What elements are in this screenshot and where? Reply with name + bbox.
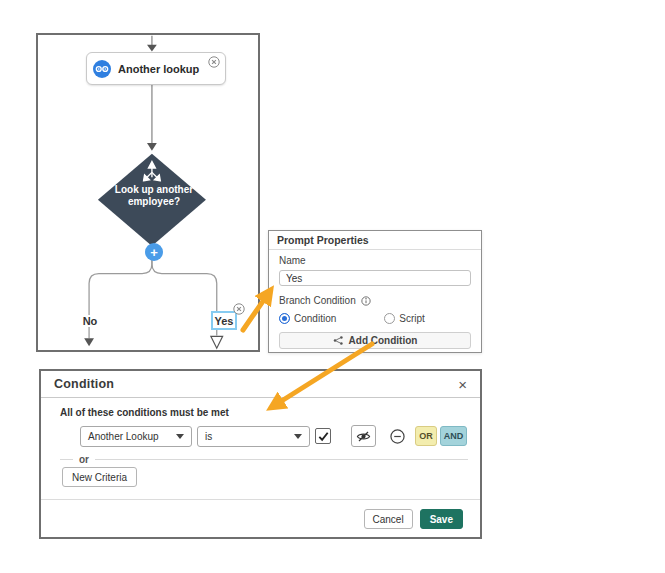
new-criteria-button[interactable]: New Criteria xyxy=(62,467,137,487)
add-condition-label: Add Condition xyxy=(349,335,418,346)
remove-condition-button[interactable] xyxy=(390,429,405,444)
script-radio[interactable] xyxy=(384,313,395,324)
lookup-node-label: Another lookup xyxy=(118,63,199,75)
branch-condition-label: Branch Condition xyxy=(279,295,356,306)
condition-dialog-title: Condition xyxy=(54,377,114,391)
name-input[interactable] xyxy=(279,270,471,286)
condition-radio[interactable] xyxy=(279,313,290,324)
dialog-footer: Cancel Save xyxy=(41,499,480,538)
script-radio-label: Script xyxy=(399,313,425,324)
yes-close-icon[interactable] xyxy=(233,303,245,315)
flowchart-panel: Another lookup Look up another employee?… xyxy=(36,33,260,352)
decision-node-label[interactable]: Look up another employee? xyxy=(94,184,214,208)
prompt-properties-title: Prompt Properties xyxy=(269,231,481,250)
dialog-close-button[interactable]: × xyxy=(458,377,467,392)
checkmark-icon xyxy=(317,430,330,443)
operator-dropdown-value: is xyxy=(205,431,212,442)
minus-circle-icon xyxy=(390,429,405,444)
chevron-down-icon xyxy=(176,434,184,439)
node-close-icon[interactable] xyxy=(208,56,220,68)
condition-dialog: Condition × All of these conditions must… xyxy=(39,369,482,539)
field-dropdown[interactable]: Another Lookup xyxy=(80,426,192,447)
condition-radio-label: Condition xyxy=(294,313,336,324)
or-divider: or xyxy=(60,454,468,465)
info-icon[interactable] xyxy=(361,296,371,306)
hide-value-button[interactable] xyxy=(351,425,376,447)
screenshot-canvas: Another lookup Look up another employee?… xyxy=(0,0,665,573)
chevron-down-icon xyxy=(294,434,302,439)
lookup-node[interactable]: Another lookup xyxy=(86,52,226,85)
condition-row: Another Lookup is xyxy=(80,424,467,448)
value-checkbox[interactable] xyxy=(315,428,331,444)
or-divider-label: or xyxy=(79,454,89,465)
and-button[interactable]: AND xyxy=(440,426,467,446)
add-condition-button[interactable]: Add Condition xyxy=(279,332,471,349)
operator-dropdown[interactable]: is xyxy=(197,426,310,447)
cancel-button[interactable]: Cancel xyxy=(364,509,413,529)
lookup-icon xyxy=(93,60,111,78)
name-label: Name xyxy=(279,255,471,266)
field-dropdown-value: Another Lookup xyxy=(88,431,159,442)
branch-label-no[interactable]: No xyxy=(78,315,102,327)
add-branch-button[interactable]: + xyxy=(145,243,163,261)
condition-dialog-header: Condition × xyxy=(41,371,480,398)
save-button[interactable]: Save xyxy=(420,509,463,529)
eye-slash-icon xyxy=(356,429,371,444)
condition-branch-icon xyxy=(333,335,344,346)
prompt-properties-panel: Prompt Properties Name Branch Condition … xyxy=(268,230,482,353)
or-button[interactable]: OR xyxy=(415,426,437,446)
conditions-note: All of these conditions must be met xyxy=(60,407,229,418)
